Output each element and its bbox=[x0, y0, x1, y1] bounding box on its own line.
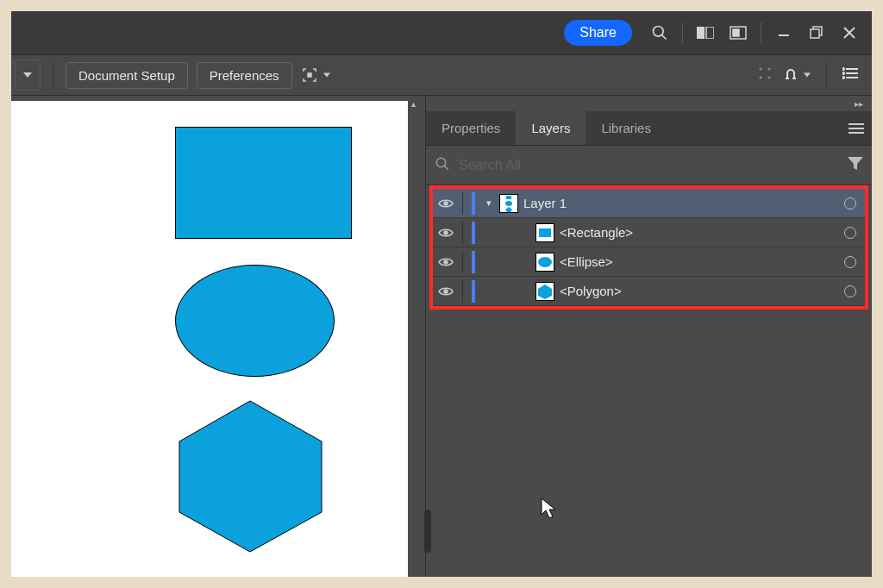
scroll-up-icon[interactable]: ▴ bbox=[411, 99, 416, 109]
arrange-documents-icon[interactable] bbox=[723, 17, 754, 48]
svg-rect-11 bbox=[308, 73, 311, 77]
separator bbox=[826, 62, 827, 88]
svg-marker-42 bbox=[538, 285, 552, 299]
tab-properties[interactable]: Properties bbox=[426, 111, 516, 145]
layer-color-bar bbox=[472, 251, 475, 273]
svg-point-30 bbox=[436, 158, 446, 167]
svg-marker-19 bbox=[804, 73, 811, 78]
target-icon[interactable] bbox=[844, 197, 856, 210]
svg-point-37 bbox=[444, 231, 448, 235]
tab-layers[interactable]: Layers bbox=[516, 111, 586, 145]
panel-tabs: Properties Layers Libraries bbox=[426, 111, 872, 146]
visibility-eye-icon[interactable] bbox=[438, 286, 454, 297]
svg-line-1 bbox=[662, 35, 667, 40]
panel-resize-handle[interactable] bbox=[424, 510, 431, 553]
svg-marker-10 bbox=[23, 72, 32, 78]
svg-rect-2 bbox=[697, 27, 705, 39]
layer-name[interactable]: Layer 1 bbox=[523, 196, 839, 210]
title-bar: Share bbox=[11, 11, 872, 54]
layers-search-input[interactable] bbox=[459, 158, 839, 173]
restore-icon[interactable] bbox=[801, 17, 832, 48]
svg-point-14 bbox=[768, 68, 771, 71]
svg-marker-36 bbox=[505, 207, 512, 212]
layer-row-rectangle[interactable]: <Rectangle> bbox=[433, 218, 865, 247]
layer-row-ellipse[interactable]: <Ellipse> bbox=[433, 247, 865, 277]
align-artboard-icon[interactable] bbox=[301, 66, 330, 84]
list-options-icon[interactable] bbox=[842, 67, 858, 83]
search-icon[interactable] bbox=[435, 156, 450, 175]
preferences-button[interactable]: Preferences bbox=[197, 62, 292, 89]
separator bbox=[53, 62, 53, 88]
target-icon[interactable] bbox=[844, 227, 856, 239]
workspace-switcher-icon[interactable] bbox=[690, 17, 721, 48]
visibility-eye-icon[interactable] bbox=[438, 198, 454, 209]
chevron-down-icon[interactable]: ▾ bbox=[484, 197, 494, 209]
svg-rect-38 bbox=[539, 228, 551, 237]
artboard[interactable] bbox=[11, 101, 408, 577]
layer-thumbnail bbox=[535, 223, 554, 242]
svg-point-0 bbox=[654, 27, 664, 37]
ellipse-shape[interactable] bbox=[175, 265, 335, 377]
layer-name[interactable]: <Rectangle> bbox=[560, 225, 839, 240]
main-area: ▴ ▸▸ Properties Layers Libraries bbox=[11, 96, 872, 577]
layer-row-root[interactable]: ▾ Layer 1 bbox=[433, 189, 865, 218]
polygon-shape[interactable] bbox=[175, 398, 326, 554]
share-button[interactable]: Share bbox=[564, 20, 632, 46]
target-icon[interactable] bbox=[844, 285, 856, 297]
svg-marker-32 bbox=[848, 157, 863, 170]
layer-row-polygon[interactable]: <Polygon> bbox=[433, 277, 865, 306]
layer-color-bar bbox=[472, 192, 475, 215]
vertical-scrollbar[interactable]: ▴ bbox=[408, 96, 425, 577]
layer-thumbnail bbox=[535, 253, 554, 272]
rectangle-shape[interactable] bbox=[175, 127, 352, 239]
layer-thumbnail bbox=[499, 194, 518, 213]
minimize-icon[interactable] bbox=[768, 17, 799, 48]
svg-marker-26 bbox=[179, 401, 322, 552]
app-window: Share Document Setup Preference bbox=[11, 11, 872, 577]
collapse-right-icon[interactable]: ▸▸ bbox=[855, 99, 863, 109]
tab-libraries[interactable]: Libraries bbox=[586, 111, 667, 145]
svg-line-31 bbox=[444, 166, 448, 170]
svg-point-33 bbox=[444, 202, 448, 205]
svg-point-35 bbox=[505, 201, 512, 206]
layers-search-row bbox=[426, 146, 872, 185]
file-dropdown-icon[interactable] bbox=[15, 59, 41, 91]
svg-rect-5 bbox=[733, 29, 739, 36]
close-icon[interactable] bbox=[834, 17, 865, 48]
visibility-eye-icon[interactable] bbox=[438, 228, 454, 238]
layer-name[interactable]: <Ellipse> bbox=[560, 254, 839, 269]
svg-marker-12 bbox=[323, 73, 330, 78]
visibility-eye-icon[interactable] bbox=[438, 257, 454, 267]
canvas-column bbox=[11, 96, 408, 577]
panel-collapse-row: ▸▸ bbox=[426, 96, 872, 111]
svg-rect-7 bbox=[811, 29, 819, 38]
svg-rect-3 bbox=[706, 27, 714, 39]
svg-point-40 bbox=[538, 257, 552, 267]
svg-point-16 bbox=[768, 77, 771, 79]
svg-rect-34 bbox=[506, 196, 511, 199]
target-icon[interactable] bbox=[844, 256, 856, 268]
layer-color-bar bbox=[472, 280, 475, 303]
layer-color-bar bbox=[472, 222, 475, 244]
grid-dots-icon[interactable] bbox=[757, 66, 773, 84]
panel-menu-icon[interactable] bbox=[841, 111, 872, 145]
filter-icon[interactable] bbox=[848, 157, 863, 174]
svg-point-15 bbox=[760, 77, 762, 79]
svg-point-24 bbox=[842, 72, 844, 74]
separator bbox=[682, 22, 683, 43]
document-setup-button[interactable]: Document Setup bbox=[66, 62, 188, 89]
snap-options-icon[interactable] bbox=[785, 69, 811, 81]
right-panel: ▸▸ Properties Layers Libraries bbox=[425, 96, 872, 577]
global-search-icon[interactable] bbox=[644, 17, 675, 48]
svg-point-25 bbox=[842, 77, 844, 78]
svg-point-13 bbox=[760, 68, 762, 71]
svg-point-39 bbox=[444, 260, 448, 264]
layers-list-highlight: ▾ Layer 1 <R bbox=[429, 185, 868, 310]
svg-point-41 bbox=[444, 290, 448, 293]
layer-thumbnail bbox=[535, 282, 554, 301]
options-bar: Document Setup Preferences bbox=[11, 54, 872, 96]
svg-point-23 bbox=[842, 68, 844, 70]
separator bbox=[761, 22, 761, 43]
layer-name[interactable]: <Polygon> bbox=[560, 284, 839, 298]
